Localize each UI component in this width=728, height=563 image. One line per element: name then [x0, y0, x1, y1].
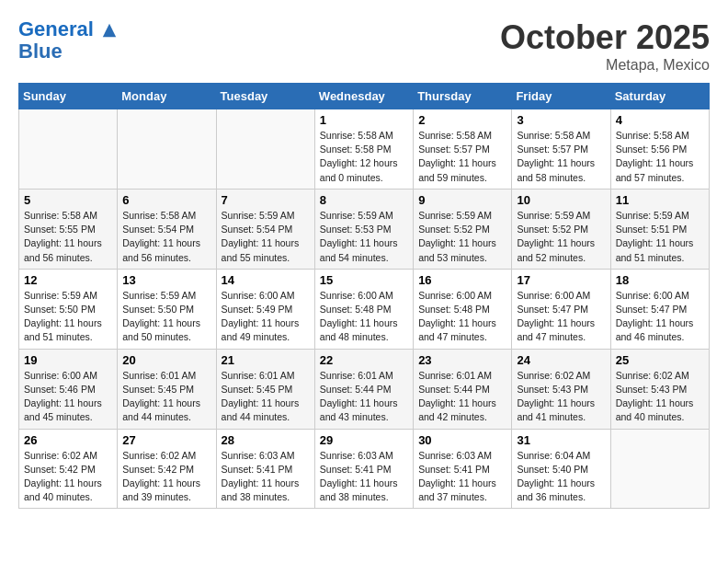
day-info-line: Sunrise: 5:59 AM	[222, 209, 310, 223]
day-info-line: Daylight: 11 hours	[320, 396, 408, 410]
day-cell: 10Sunrise: 5:59 AMSunset: 5:52 PMDayligh…	[512, 189, 610, 269]
day-info-line: Daylight: 11 hours	[418, 396, 506, 410]
svg-marker-0	[103, 24, 116, 37]
day-info-line: and 36 minutes.	[517, 490, 605, 504]
day-info-line: and 51 minutes.	[24, 330, 112, 344]
day-info-line: Sunset: 5:48 PM	[320, 303, 408, 316]
day-info-line: and 38 minutes.	[320, 490, 408, 504]
day-info-line: Daylight: 11 hours	[616, 316, 704, 330]
logo-text2: Blue	[18, 40, 118, 63]
day-info-line: and 43 minutes.	[320, 410, 408, 424]
day-cell: 31Sunrise: 6:04 AMSunset: 5:40 PMDayligh…	[512, 429, 610, 509]
day-info: Sunrise: 6:01 AMSunset: 5:45 PMDaylight:…	[122, 369, 210, 425]
day-number: 18	[616, 273, 704, 287]
day-info-line: Sunrise: 6:03 AM	[418, 449, 506, 463]
week-row-5: 26Sunrise: 6:02 AMSunset: 5:42 PMDayligh…	[19, 429, 710, 509]
day-info-line: Sunrise: 5:58 AM	[24, 209, 112, 223]
day-info-line: Sunset: 5:52 PM	[418, 223, 506, 236]
day-info-line: and 50 minutes.	[122, 330, 210, 344]
day-number: 24	[517, 353, 605, 367]
day-cell: 4Sunrise: 5:58 AMSunset: 5:56 PMDaylight…	[610, 109, 709, 190]
day-info-line: Daylight: 11 hours	[418, 316, 506, 330]
day-info: Sunrise: 6:01 AMSunset: 5:45 PMDaylight:…	[222, 369, 310, 425]
day-info-line: Daylight: 11 hours	[517, 396, 605, 410]
day-info: Sunrise: 6:02 AMSunset: 5:42 PMDaylight:…	[122, 449, 210, 505]
day-info-line: Sunset: 5:54 PM	[222, 223, 310, 236]
day-info-line: and 53 minutes.	[418, 251, 506, 265]
day-info-line: Sunrise: 5:58 AM	[320, 129, 408, 143]
day-info-line: and 47 minutes.	[418, 330, 506, 344]
day-info: Sunrise: 6:00 AMSunset: 5:47 PMDaylight:…	[517, 289, 605, 345]
day-number: 23	[418, 353, 506, 367]
day-info-line: and 44 minutes.	[122, 410, 210, 424]
col-header-wednesday: Wednesday	[314, 84, 413, 109]
day-info: Sunrise: 6:03 AMSunset: 5:41 PMDaylight:…	[222, 449, 310, 505]
day-info-line: Sunset: 5:49 PM	[222, 303, 310, 316]
day-cell: 7Sunrise: 5:59 AMSunset: 5:54 PMDaylight…	[216, 189, 314, 269]
day-number: 15	[320, 273, 408, 287]
logo-text: General	[18, 18, 118, 40]
day-info: Sunrise: 5:59 AMSunset: 5:51 PMDaylight:…	[616, 209, 704, 265]
day-info-line: Sunrise: 5:58 AM	[517, 129, 605, 143]
day-info-line: Daylight: 11 hours	[222, 396, 310, 410]
day-info-line: Sunrise: 6:02 AM	[24, 449, 112, 463]
day-info-line: Sunrise: 5:59 AM	[320, 209, 408, 223]
day-cell: 11Sunrise: 5:59 AMSunset: 5:51 PMDayligh…	[610, 189, 709, 269]
day-info-line: Sunset: 5:40 PM	[517, 463, 605, 477]
day-number: 16	[418, 273, 506, 287]
day-info-line: Sunrise: 6:00 AM	[418, 289, 506, 303]
day-info-line: Sunset: 5:50 PM	[24, 303, 112, 316]
day-info-line: Daylight: 11 hours	[320, 477, 408, 490]
header-row: SundayMondayTuesdayWednesdayThursdayFrid…	[19, 84, 710, 109]
day-info: Sunrise: 6:01 AMSunset: 5:44 PMDaylight:…	[320, 369, 408, 425]
day-info-line: Daylight: 11 hours	[122, 316, 210, 330]
day-number: 1	[320, 113, 408, 127]
day-info-line: Daylight: 11 hours	[122, 477, 210, 490]
day-info-line: Sunset: 5:44 PM	[320, 383, 408, 396]
day-number: 14	[222, 273, 310, 287]
day-info-line: Sunrise: 5:59 AM	[418, 209, 506, 223]
day-info: Sunrise: 5:58 AMSunset: 5:58 PMDaylight:…	[320, 129, 408, 185]
day-info-line: Sunset: 5:41 PM	[320, 463, 408, 477]
day-info-line: Sunrise: 6:02 AM	[616, 369, 704, 383]
day-info: Sunrise: 5:58 AMSunset: 5:55 PMDaylight:…	[24, 209, 112, 265]
day-number: 4	[616, 113, 704, 127]
day-info: Sunrise: 6:00 AMSunset: 5:46 PMDaylight:…	[24, 369, 112, 425]
day-info-line: Sunset: 5:42 PM	[122, 463, 210, 477]
day-cell: 14Sunrise: 6:00 AMSunset: 5:49 PMDayligh…	[216, 269, 314, 349]
day-info-line: Sunrise: 5:59 AM	[616, 209, 704, 223]
day-cell: 17Sunrise: 6:00 AMSunset: 5:47 PMDayligh…	[512, 269, 610, 349]
day-info-line: Sunrise: 6:01 AM	[222, 369, 310, 383]
day-cell: 8Sunrise: 5:59 AMSunset: 5:53 PMDaylight…	[314, 189, 413, 269]
day-info-line: and 44 minutes.	[222, 410, 310, 424]
day-info-line: and 59 minutes.	[418, 171, 506, 185]
day-cell	[19, 109, 118, 190]
day-number: 5	[24, 193, 112, 207]
day-number: 30	[418, 433, 506, 447]
day-info-line: Sunrise: 6:00 AM	[222, 289, 310, 303]
day-cell: 3Sunrise: 5:58 AMSunset: 5:57 PMDaylight…	[512, 109, 610, 190]
day-info-line: and 0 minutes.	[320, 171, 408, 185]
week-row-3: 12Sunrise: 5:59 AMSunset: 5:50 PMDayligh…	[19, 269, 710, 349]
day-info-line: Sunrise: 6:01 AM	[122, 369, 210, 383]
day-info-line: Sunset: 5:56 PM	[616, 143, 704, 156]
day-info-line: Daylight: 11 hours	[320, 236, 408, 250]
day-info-line: Daylight: 12 hours	[320, 156, 408, 170]
week-row-4: 19Sunrise: 6:00 AMSunset: 5:46 PMDayligh…	[19, 349, 710, 429]
day-info: Sunrise: 5:59 AMSunset: 5:54 PMDaylight:…	[222, 209, 310, 265]
day-info: Sunrise: 6:02 AMSunset: 5:43 PMDaylight:…	[616, 369, 704, 425]
day-number: 9	[418, 193, 506, 207]
day-info-line: Sunrise: 6:00 AM	[616, 289, 704, 303]
day-info-line: Daylight: 11 hours	[24, 316, 112, 330]
day-info-line: and 52 minutes.	[517, 251, 605, 265]
day-info-line: and 40 minutes.	[616, 410, 704, 424]
day-info-line: Daylight: 11 hours	[418, 477, 506, 490]
day-number: 20	[122, 353, 210, 367]
day-cell: 30Sunrise: 6:03 AMSunset: 5:41 PMDayligh…	[414, 429, 512, 509]
day-info-line: and 42 minutes.	[418, 410, 506, 424]
day-info-line: and 38 minutes.	[222, 490, 310, 504]
col-header-sunday: Sunday	[19, 84, 118, 109]
day-number: 29	[320, 433, 408, 447]
day-number: 26	[24, 433, 112, 447]
day-info-line: Sunset: 5:48 PM	[418, 303, 506, 316]
